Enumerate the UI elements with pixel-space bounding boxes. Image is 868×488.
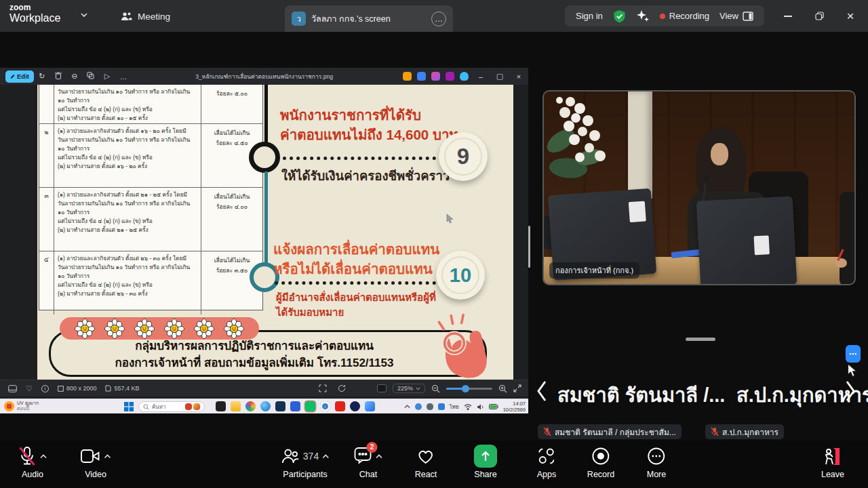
panel-resize-handle[interactable] [686,338,715,341]
fullscreen-icon[interactable] [513,384,521,392]
leave-button[interactable]: Leave [821,445,844,479]
system-tray: ไทย 14:07 10/2/2569 [404,400,526,413]
weather-widget[interactable]: UV สูงมาก ตอนนี้ [4,401,39,411]
participant-tile-name-1[interactable]: สมชาติ รัตนมาลี /... [557,380,725,411]
tab-options-ellipsis-icon[interactable]: … [431,12,446,26]
item10-subtitle: ผู้มีอำนาจสั่งเลื่อนค่าตอบแทนหรือผู้ที่ … [276,290,436,320]
main-video-tile[interactable]: กองการเจ้าหน้าที่ (กกจ.) [542,90,856,285]
item9-subtitle: ให้ได้รับเงินค่าครองชีพชั่วคราว [281,166,450,186]
video-button[interactable]: Video [80,445,111,479]
tab-meeting-label: Meeting [138,12,170,22]
security-shield-icon[interactable] [613,9,626,23]
app-suggestion-pink-icon[interactable] [431,72,440,81]
app-dark-icon[interactable] [275,401,285,411]
chat-chevron-up-icon[interactable] [376,454,383,459]
tab-meeting[interactable]: Meeting [114,5,177,27]
photos-minimize-icon[interactable]: – [474,73,488,81]
app-edge-icon[interactable] [260,401,271,411]
battery-icon[interactable] [489,404,498,409]
chat-button[interactable]: 2 Chat [354,445,383,479]
photos-close-icon[interactable]: × [512,73,526,81]
rotate-view-icon[interactable] [338,384,346,392]
workspace-chevron-down-icon[interactable] [80,12,88,18]
app-chrome-icon[interactable] [320,401,330,411]
audio-chevron-up-icon[interactable] [40,454,47,459]
app-photos-icon[interactable] [365,401,375,411]
more-options-icon[interactable]: … [115,73,132,81]
zoom-out-icon[interactable] [431,384,440,393]
audio-button[interactable]: Audio [18,445,47,479]
video-chevron-up-icon[interactable] [104,454,111,459]
record-button[interactable]: Record [587,445,614,479]
minimize-button[interactable] [773,0,803,32]
wifi-icon[interactable] [464,404,472,410]
tab-shared-screen[interactable]: ว วัลลภา กกจ.'s screen … [285,5,453,32]
taskbar-search-box[interactable]: ค้นหา [138,401,205,412]
share-button[interactable]: Share [474,445,497,479]
close-button[interactable]: × [835,0,865,32]
more-button[interactable]: More [647,445,666,479]
start-button-icon[interactable] [124,402,134,411]
apps-button[interactable]: Apps [537,445,557,479]
main-video-name-label: กองการเจ้าหน้าที่ (กกจ.) [549,262,639,279]
zoom-slider[interactable] [446,388,492,390]
search-highlight-icon2 [193,403,200,410]
app-line-icon[interactable] [305,401,315,411]
minimize-icon [784,16,792,17]
table-cell: (๑) ลาป่วยและลากิจส่วนตัว ตั้งแต่ ๒๑ - ๒… [54,188,201,251]
sign-in-button[interactable]: Sign in [576,11,603,21]
wall-column [628,92,652,199]
zoom-in-icon[interactable] [498,384,507,393]
rotate-icon[interactable]: ↻ [34,72,50,81]
zoom-level-select[interactable]: 225% [393,384,425,393]
app-acrobat-icon[interactable] [335,401,345,411]
participant-label-1: สมชาติ รัตนมาลี / กลุ่มประชาสัม... [538,424,682,439]
participants-label: Participants [283,470,327,479]
panel-more-button[interactable]: ⋯ [846,345,861,363]
clock-date: 10/2/2569 [503,407,526,413]
zoom-slider-thumb[interactable] [462,385,469,392]
react-button[interactable]: React [415,445,437,479]
compare-icon[interactable] [83,72,99,81]
photos-restore-icon[interactable]: ▢ [493,72,507,81]
app-suggestion-purple-icon[interactable] [446,72,454,81]
table-cell: เลื่อนได้ไม่เกิน ร้อยละ ๔.๐๐ [201,188,262,251]
restore-button[interactable] [804,0,834,32]
filmstrip-toggle-icon[interactable] [8,385,17,392]
strip-prev-chevron-icon[interactable] [536,380,547,403]
view-button[interactable]: View [719,11,753,21]
volume-icon[interactable] [477,404,484,410]
panel-divider-handle[interactable] [528,226,530,268]
strip-next-chevron-icon[interactable] [845,380,856,403]
delete-icon[interactable] [50,72,66,81]
app-navy-icon[interactable] [350,401,360,411]
tray-app2-icon[interactable] [438,403,445,410]
app-terminal-icon[interactable] [216,401,226,411]
favorite-heart-icon[interactable]: ♡ [26,384,33,393]
recording-dot-icon [660,14,665,19]
hide-icon[interactable]: ⊖ [66,72,83,81]
slideshow-icon[interactable]: ▷ [99,72,115,81]
participants-button[interactable]: 374 Participants [281,445,330,479]
info-icon[interactable]: i [41,385,49,392]
participants-chevron-up-icon[interactable] [322,454,330,459]
fit-to-window-icon[interactable] [319,384,327,392]
app-blue-icon[interactable] [290,401,300,411]
app-suggestion-cloud-icon[interactable] [460,72,469,81]
thumbnail-view-icon[interactable] [377,384,387,392]
recording-indicator[interactable]: Recording [660,11,709,21]
app-suggestion-orange-icon[interactable] [403,72,412,81]
taskbar-clock[interactable]: 14:07 10/2/2569 [503,401,526,413]
tray-chevron-up-icon[interactable] [404,405,410,409]
tray-app1-icon[interactable] [415,403,422,410]
photos-titlebar: Edit ↻ ⊖ ▷ … 3_หลักเกณฑ์การเลื่อนค่าตอบแ… [0,68,528,85]
language-indicator[interactable]: ไทย [450,403,459,411]
app-suggestion-blue-icon[interactable] [417,72,426,81]
table-cell [39,85,54,123]
edit-button[interactable]: Edit [5,70,34,83]
ai-companion-sparkle-icon[interactable] [636,9,650,23]
app-copilot-icon[interactable] [245,401,256,411]
tray-onedrive-icon[interactable] [427,403,433,410]
second-person [840,192,856,285]
app-file-explorer-icon[interactable] [231,401,241,411]
